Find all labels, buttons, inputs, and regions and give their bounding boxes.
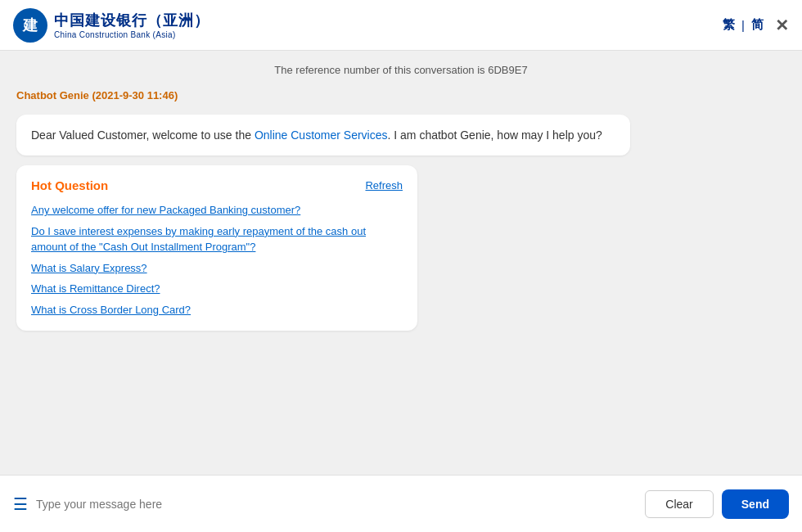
send-button[interactable]: Send [722, 489, 789, 519]
chat-container: The reference number of this conversatio… [0, 51, 802, 475]
reference-text: The reference number of this conversatio… [16, 64, 786, 76]
lang-divider: | [741, 18, 745, 32]
header: 建 中国建设银行（亚洲） China Construction Bank (As… [0, 0, 802, 51]
header-right: 繁 | 简 ✕ [723, 16, 789, 35]
hot-question-title: Hot Question [31, 178, 108, 192]
hot-question-item-4[interactable]: What is Remittance Direct? [31, 281, 403, 297]
welcome-text-part1: Dear Valued Customer, welcome to use the [31, 128, 255, 142]
ccb-logo-icon: 建 [13, 8, 47, 43]
hot-question-item-2[interactable]: Do I save interest expenses by making ea… [31, 223, 403, 255]
logo-english: China Construction Bank (Asia) [54, 30, 210, 39]
hot-question-header: Hot Question Refresh [31, 178, 403, 192]
chatbot-label: Chatbot Genie (2021-9-30 11:46) [16, 89, 786, 101]
hot-question-item-5[interactable]: What is Cross Border Long Card? [31, 302, 403, 318]
lang-traditional-button[interactable]: 繁 [723, 17, 735, 33]
welcome-text-link[interactable]: Online Customer Services [255, 128, 388, 142]
message-input[interactable] [36, 494, 637, 514]
welcome-message-bubble: Dear Valued Customer, welcome to use the… [16, 115, 630, 156]
logo-chinese: 中国建设银行（亚洲） [54, 11, 210, 30]
lang-simplified-button[interactable]: 简 [751, 17, 764, 33]
hot-question-card: Hot Question Refresh Any welcome offer f… [16, 165, 417, 331]
logo-area: 建 中国建设银行（亚洲） China Construction Bank (As… [13, 8, 210, 43]
close-button[interactable]: ✕ [775, 16, 789, 35]
hot-question-item-1[interactable]: Any welcome offer for new Packaged Banki… [31, 202, 403, 219]
chat-scroll-area[interactable]: The reference number of this conversatio… [0, 51, 802, 475]
welcome-text-part2: . I am chatbot Genie, how may I help you… [388, 128, 602, 142]
clear-button[interactable]: Clear [645, 490, 713, 518]
svg-text:建: 建 [22, 17, 38, 34]
hot-question-list: Any welcome offer for new Packaged Banki… [31, 202, 403, 318]
logo-text: 中国建设银行（亚洲） China Construction Bank (Asia… [54, 11, 210, 39]
hot-question-item-3[interactable]: What is Salary Express? [31, 260, 403, 277]
input-area: ☰ Clear Send [0, 475, 802, 532]
menu-icon[interactable]: ☰ [13, 494, 28, 514]
refresh-button[interactable]: Refresh [365, 179, 403, 192]
